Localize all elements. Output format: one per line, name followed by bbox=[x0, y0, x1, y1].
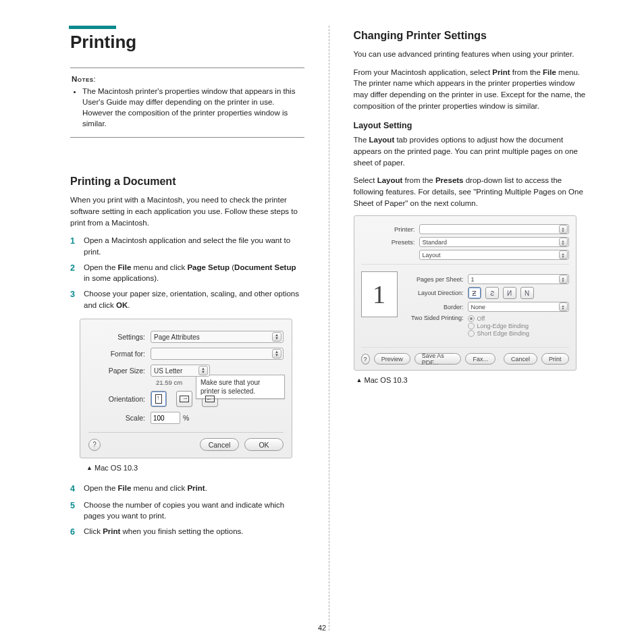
figure-caption: ▲ Mac OS 10.3 bbox=[356, 376, 588, 384]
scale-label: Scale: bbox=[88, 414, 151, 422]
paper-label: Paper Size: bbox=[88, 367, 151, 375]
notes-item: The Macintosh printer's properties windo… bbox=[82, 86, 303, 129]
page-number: 42 bbox=[318, 624, 326, 632]
figure-caption: ▲ Mac OS 10.3 bbox=[86, 464, 304, 472]
updown-icon: ▲▼ bbox=[198, 366, 208, 375]
presets-label: Presets: bbox=[361, 238, 419, 246]
paragraph: You can use advanced printing features w… bbox=[354, 49, 588, 60]
ok-button[interactable]: OK bbox=[244, 438, 284, 451]
updown-icon: ▲▼ bbox=[559, 238, 568, 246]
intro-paragraph: When you print with a Macintosh, you nee… bbox=[70, 194, 304, 228]
updown-icon: ▲▼ bbox=[272, 332, 281, 342]
layout-direction-2-button[interactable]: Ƨ bbox=[485, 287, 499, 299]
paper-select[interactable]: US Letter ▲▼ bbox=[151, 365, 210, 377]
radio-icon bbox=[468, 330, 475, 337]
format-select[interactable]: ▲▼ bbox=[151, 348, 284, 360]
radio-icon bbox=[468, 315, 475, 322]
orientation-portrait-button[interactable] bbox=[151, 391, 167, 407]
left-column: Printing Notes: The Macintosh printer's … bbox=[27, 26, 329, 630]
dialog-divider bbox=[88, 432, 284, 433]
format-label: Format for: bbox=[88, 350, 151, 358]
paragraph: The Layout tab provides options to adjus… bbox=[354, 134, 588, 168]
right-heading: Changing Printer Settings bbox=[354, 30, 588, 42]
layout-direction-label: Layout Direction: bbox=[406, 290, 468, 296]
layout-direction-3-button[interactable]: И bbox=[503, 287, 516, 299]
cancel-button[interactable]: Cancel bbox=[200, 438, 239, 451]
help-button[interactable]: ? bbox=[88, 439, 101, 451]
pane-select[interactable]: Layout▲▼ bbox=[419, 250, 569, 260]
printer-label: Printer: bbox=[361, 225, 419, 233]
cancel-button[interactable]: Cancel bbox=[504, 353, 537, 365]
orientation-label: Orientation: bbox=[88, 395, 151, 403]
layout-preview: 1 bbox=[361, 271, 398, 317]
landscape-icon bbox=[180, 396, 189, 402]
layout-direction-4-button[interactable]: N bbox=[520, 287, 534, 299]
step-text: Open the File menu and click Page Setup … bbox=[84, 262, 304, 284]
subheading: Printing a Document bbox=[70, 176, 304, 188]
steps-list-2: 4Open the File menu and click Print. 5Ch… bbox=[70, 483, 304, 538]
orientation-landscape-button[interactable] bbox=[176, 391, 192, 407]
step-text: Open a Macintosh application and select … bbox=[84, 235, 304, 257]
print-button[interactable]: Print bbox=[541, 353, 569, 365]
accent-bar bbox=[69, 26, 116, 29]
print-dialog: Printer: ▲▼ Presets: Standard▲▼ Layout▲▼… bbox=[354, 215, 576, 371]
layout-subheading: Layout Setting bbox=[354, 121, 588, 130]
steps-list-1: 1Open a Macintosh application and select… bbox=[70, 235, 304, 311]
two-sided-short-radio[interactable]: Short Edge Binding bbox=[468, 330, 530, 337]
updown-icon: ▲▼ bbox=[559, 302, 568, 311]
step-text: Choose your paper size, orientation, sca… bbox=[84, 288, 304, 311]
help-button[interactable]: ? bbox=[361, 354, 370, 365]
two-sided-long-radio[interactable]: Long-Edge Binding bbox=[468, 323, 530, 329]
document-page: Printing Notes: The Macintosh printer's … bbox=[0, 0, 644, 644]
updown-icon: ▲▼ bbox=[559, 275, 568, 284]
right-column: Changing Printer Settings You can use ad… bbox=[329, 26, 618, 630]
settings-select[interactable]: Page Attributes ▲▼ bbox=[151, 331, 284, 343]
preview-button[interactable]: Preview bbox=[374, 353, 410, 365]
layout-direction-1-button[interactable]: Ƶ bbox=[468, 287, 481, 299]
scale-unit: % bbox=[183, 414, 189, 422]
pages-per-sheet-label: Pages per Sheet: bbox=[406, 276, 468, 283]
settings-label: Settings: bbox=[88, 333, 151, 341]
two-sided-label: Two Sided Printing: bbox=[406, 315, 468, 321]
step-text: Click Print when you finish setting the … bbox=[84, 526, 244, 538]
save-as-pdf-button[interactable]: Save As PDF... bbox=[414, 353, 462, 365]
step-text: Choose the number of copies you want and… bbox=[84, 500, 304, 522]
fax-button[interactable]: Fax... bbox=[465, 353, 495, 365]
step-text: Open the File menu and click Print. bbox=[84, 483, 207, 495]
page-title: Printing bbox=[70, 32, 304, 53]
paragraph: From your Macintosh application, select … bbox=[354, 67, 588, 112]
paragraph: Select Layout from the Presets drop-down… bbox=[354, 175, 588, 209]
border-label: Border: bbox=[406, 304, 468, 311]
notes-label: Notes bbox=[72, 75, 94, 83]
portrait-icon bbox=[155, 394, 162, 404]
two-sided-off-radio[interactable]: Off bbox=[468, 315, 530, 322]
border-select[interactable]: None▲▼ bbox=[468, 302, 569, 312]
updown-icon: ▲▼ bbox=[559, 225, 568, 234]
printer-select[interactable]: ▲▼ bbox=[419, 224, 569, 234]
scale-input[interactable] bbox=[151, 412, 180, 424]
page-setup-dialog: Settings: Page Attributes ▲▼ Format for:… bbox=[80, 319, 292, 458]
updown-icon: ▲▼ bbox=[272, 349, 281, 358]
notes-box: Notes: The Macintosh printer's propertie… bbox=[70, 68, 304, 138]
presets-select[interactable]: Standard▲▼ bbox=[419, 237, 569, 247]
updown-icon: ▲▼ bbox=[559, 250, 568, 259]
pages-per-sheet-select[interactable]: 1▲▼ bbox=[468, 274, 569, 284]
radio-icon bbox=[468, 323, 475, 329]
landscape-reverse-icon bbox=[205, 396, 215, 402]
